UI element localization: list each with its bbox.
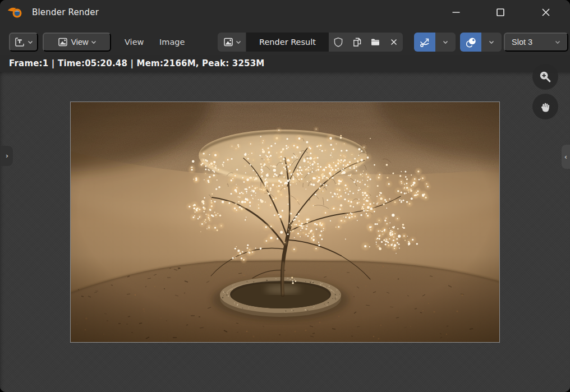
image-icon bbox=[223, 36, 234, 48]
close-icon bbox=[389, 37, 399, 47]
show-overlays-toggle[interactable] bbox=[460, 33, 481, 52]
blender-window: Blender Render View bbox=[0, 0, 570, 392]
gizmo-icon bbox=[419, 36, 431, 48]
mode-label: View bbox=[71, 38, 88, 47]
image-icon bbox=[57, 36, 68, 48]
chevron-down-icon bbox=[27, 40, 33, 44]
editor-header: View View Image Render Result bbox=[0, 25, 570, 55]
unlink-image-button[interactable] bbox=[384, 33, 403, 52]
overlays-dropdown[interactable] bbox=[481, 33, 502, 52]
render-stats-text: Frame:1 | Time:05:20.48 | Mem:2166M, Pea… bbox=[9, 58, 264, 68]
minimize-button[interactable] bbox=[443, 0, 470, 25]
window-title: Blender Render bbox=[32, 0, 99, 25]
gizmo-controls bbox=[414, 33, 456, 52]
show-gizmo-toggle[interactable] bbox=[414, 33, 435, 52]
maximize-button[interactable] bbox=[487, 0, 514, 25]
duplicate-image-button[interactable] bbox=[347, 33, 366, 52]
menu-view[interactable]: View bbox=[118, 33, 150, 52]
minimize-icon bbox=[449, 6, 463, 19]
image-editor-icon bbox=[14, 36, 25, 48]
chevron-down-icon bbox=[236, 40, 241, 44]
folder-icon bbox=[370, 36, 381, 48]
open-image-button[interactable] bbox=[366, 33, 384, 52]
chevron-down-icon bbox=[489, 40, 494, 44]
zoom-icon bbox=[538, 70, 553, 84]
pan-button[interactable] bbox=[532, 94, 558, 119]
copy-icon bbox=[351, 36, 362, 48]
blender-logo-icon bbox=[7, 5, 24, 20]
overlays-icon bbox=[465, 36, 477, 48]
maximize-icon bbox=[494, 6, 507, 19]
image-datablock-selector: Render Result bbox=[218, 33, 403, 52]
browse-image-button[interactable] bbox=[218, 33, 246, 52]
close-icon bbox=[539, 6, 553, 19]
hand-icon bbox=[539, 100, 553, 114]
close-button[interactable] bbox=[532, 0, 559, 25]
shield-icon bbox=[333, 36, 344, 48]
gizmo-dropdown[interactable] bbox=[435, 33, 456, 52]
titlebar: Blender Render bbox=[0, 0, 570, 25]
chevron-down-icon bbox=[555, 40, 560, 44]
editor-type-dropdown[interactable] bbox=[9, 33, 38, 52]
render-stats-bar: Frame:1 | Time:05:20.48 | Mem:2166M, Pea… bbox=[0, 55, 570, 72]
render-slot-dropdown[interactable]: Slot 3 bbox=[504, 33, 568, 52]
render-result-image bbox=[71, 102, 499, 342]
protect-button[interactable] bbox=[329, 33, 347, 52]
sidebar-region-toggle[interactable]: ‹ bbox=[562, 145, 570, 169]
image-editor-canvas[interactable]: › ‹ bbox=[0, 72, 570, 392]
menu-image[interactable]: Image bbox=[153, 33, 191, 52]
slot-label: Slot 3 bbox=[512, 38, 532, 47]
toolbar-region-toggle[interactable]: › bbox=[1, 146, 13, 166]
chevron-down-icon bbox=[443, 40, 448, 44]
overlay-controls bbox=[460, 33, 502, 52]
mode-dropdown[interactable]: View bbox=[43, 33, 111, 52]
zoom-button[interactable] bbox=[532, 64, 558, 90]
image-name-field[interactable]: Render Result bbox=[246, 33, 329, 52]
chevron-down-icon bbox=[91, 40, 96, 44]
